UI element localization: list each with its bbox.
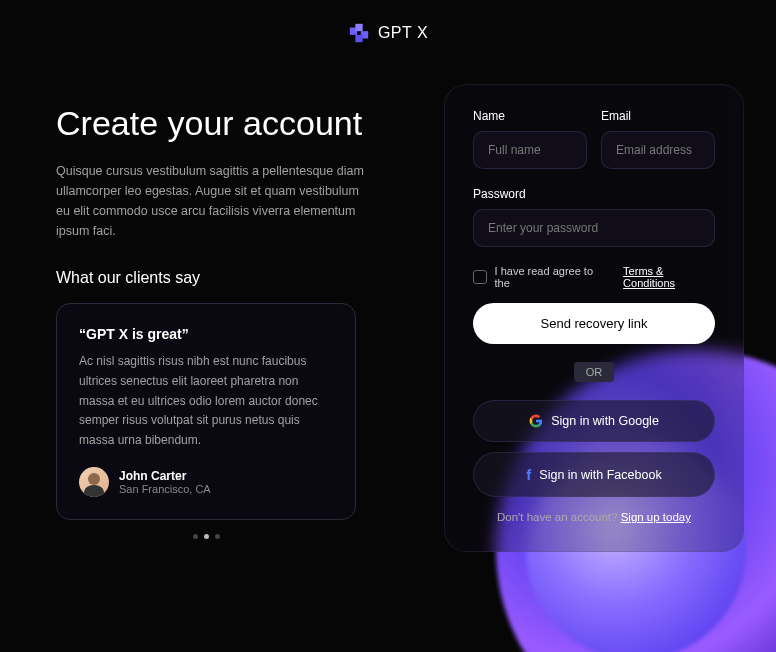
agree-text: I have read agree to the bbox=[495, 265, 608, 289]
password-input[interactable] bbox=[473, 209, 715, 247]
google-signin-button[interactable]: Sign in with Google bbox=[473, 400, 715, 442]
email-input[interactable] bbox=[601, 131, 715, 169]
avatar bbox=[79, 467, 109, 497]
carousel-dot[interactable] bbox=[193, 534, 198, 539]
svg-rect-1 bbox=[355, 24, 362, 31]
divider: OR bbox=[473, 362, 715, 382]
testimonial-body: Ac nisl sagittis risus nibh est nunc fau… bbox=[79, 352, 333, 451]
page-heading: Create your account bbox=[56, 104, 414, 143]
name-input[interactable] bbox=[473, 131, 587, 169]
submit-button[interactable]: Send recovery link bbox=[473, 303, 715, 344]
logo-icon bbox=[348, 22, 370, 44]
google-icon bbox=[529, 414, 543, 428]
terms-link[interactable]: Terms & Conditions bbox=[623, 265, 715, 289]
testimonial-card: “GPT X is great” Ac nisl sagittis risus … bbox=[56, 303, 356, 520]
page-subtitle: Quisque cursus vestibulum sagittis a pel… bbox=[56, 161, 366, 241]
carousel-dot[interactable] bbox=[204, 534, 209, 539]
signup-form-card: Name Email Password I have read agree to… bbox=[444, 84, 744, 552]
footer-text: Don't have an account? bbox=[497, 511, 621, 523]
facebook-signin-label: Sign in with Facebook bbox=[539, 468, 661, 482]
facebook-icon: f bbox=[526, 466, 531, 483]
facebook-signin-button[interactable]: f Sign in with Facebook bbox=[473, 452, 715, 497]
author-name: John Carter bbox=[119, 469, 211, 483]
testimonial-title: “GPT X is great” bbox=[79, 326, 333, 342]
terms-checkbox[interactable] bbox=[473, 270, 487, 284]
name-label: Name bbox=[473, 109, 587, 123]
social-proof-heading: What our clients say bbox=[56, 269, 414, 287]
author-location: San Francisco, CA bbox=[119, 483, 211, 495]
divider-text: OR bbox=[574, 362, 615, 382]
password-label: Password bbox=[473, 187, 715, 201]
signup-link[interactable]: Sign up today bbox=[621, 511, 691, 523]
carousel-dot[interactable] bbox=[215, 534, 220, 539]
logo-bar: GPT X bbox=[0, 0, 776, 44]
email-label: Email bbox=[601, 109, 715, 123]
brand-name: GPT X bbox=[378, 24, 428, 42]
svg-rect-3 bbox=[355, 35, 362, 42]
intro-panel: Create your account Quisque cursus vesti… bbox=[56, 84, 414, 552]
testimonial-author: John Carter San Francisco, CA bbox=[79, 467, 333, 497]
signup-footer: Don't have an account? Sign up today bbox=[473, 511, 715, 523]
carousel-dots bbox=[56, 534, 356, 539]
google-signin-label: Sign in with Google bbox=[551, 414, 659, 428]
